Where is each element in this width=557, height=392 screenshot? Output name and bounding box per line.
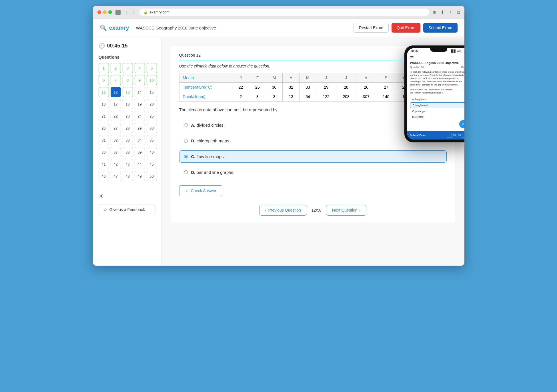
- question-btn-27[interactable]: 27: [111, 123, 121, 133]
- question-btn-3[interactable]: 3: [123, 63, 133, 73]
- share-icon[interactable]: ⬆: [440, 9, 444, 15]
- question-btn-48[interactable]: 48: [123, 171, 133, 181]
- question-btn-36[interactable]: 36: [99, 147, 109, 157]
- question-btn-9[interactable]: 9: [135, 75, 145, 85]
- previous-question-button[interactable]: ‹ Previous Question: [259, 205, 307, 216]
- fullscreen-button[interactable]: [108, 10, 112, 14]
- timer-value: 00:45:15: [107, 43, 128, 49]
- restart-exam-button[interactable]: Restart Exam: [354, 23, 389, 33]
- row-label-rain: Rainfall(mm): [179, 92, 232, 102]
- temp-may: 33: [300, 83, 316, 92]
- question-btn-32[interactable]: 32: [111, 135, 121, 145]
- question-btn-39[interactable]: 39: [135, 147, 145, 157]
- question-btn-42[interactable]: 42: [111, 159, 121, 169]
- question-btn-37[interactable]: 37: [111, 147, 121, 157]
- close-button[interactable]: [97, 10, 101, 14]
- question-btn-19[interactable]: 19: [135, 99, 145, 109]
- question-btn-29[interactable]: 29: [135, 123, 145, 133]
- phone-option-c[interactable]: C. prolonged: [410, 109, 464, 114]
- question-btn-44[interactable]: 44: [135, 159, 145, 169]
- option-c[interactable]: C. flow line maps.: [179, 150, 447, 163]
- phone-check-button[interactable]: ✓: [459, 120, 464, 128]
- question-btn-24[interactable]: 24: [135, 111, 145, 121]
- question-btn-5[interactable]: 5: [147, 63, 157, 73]
- tabs-icon[interactable]: ⧉: [457, 10, 460, 15]
- question-btn-17[interactable]: 17: [111, 99, 121, 109]
- logo-icon: 🔍: [100, 24, 107, 31]
- question-btn-26[interactable]: 26: [99, 123, 109, 133]
- question-btn-11[interactable]: 11: [99, 87, 109, 97]
- feedback-button[interactable]: ☆ Give us a Feedback: [99, 204, 155, 215]
- question-btn-22[interactable]: 22: [111, 111, 121, 121]
- question-btn-38[interactable]: 38: [123, 147, 133, 157]
- question-btn-1[interactable]: 1: [99, 63, 109, 73]
- question-btn-23[interactable]: 23: [123, 111, 133, 121]
- question-btn-40[interactable]: 40: [147, 147, 157, 157]
- check-answer-button[interactable]: ✓ Check Answer: [179, 185, 222, 196]
- question-btn-10[interactable]: 10: [147, 75, 157, 85]
- phone-option-d[interactable]: D. created: [410, 114, 464, 120]
- theme-toggle-button[interactable]: ☀: [99, 193, 104, 200]
- question-btn-7[interactable]: 7: [111, 75, 121, 85]
- question-btn-33[interactable]: 33: [123, 135, 133, 145]
- phone-prev-arrow[interactable]: ‹: [447, 133, 452, 138]
- question-btn-25[interactable]: 25: [147, 111, 157, 121]
- quit-exam-button[interactable]: Quit Exam: [392, 23, 420, 33]
- phone-menu-icon[interactable]: ☰: [410, 55, 464, 60]
- back-button[interactable]: ‹: [124, 9, 129, 15]
- phone-next-arrow[interactable]: ›: [462, 133, 464, 138]
- rain-jun: 122: [316, 92, 336, 102]
- new-tab-icon[interactable]: ＋: [448, 9, 453, 15]
- download-icon[interactable]: ⊕: [433, 9, 436, 15]
- question-btn-4[interactable]: 4: [135, 63, 145, 73]
- question-btn-14[interactable]: 14: [135, 87, 145, 97]
- phone-sentence: The arrival of the riot police at our ca…: [410, 88, 464, 94]
- question-btn-2[interactable]: 2: [111, 63, 121, 73]
- sidebar: 🕐 00:45:15 Questions 1 2 3 4 5 6 7 8 9 1…: [93, 37, 161, 266]
- question-btn-31[interactable]: 31: [99, 135, 109, 145]
- option-d[interactable]: D. bar and line graphs.: [179, 166, 447, 178]
- phone-submit-button[interactable]: Submit Exam: [410, 134, 426, 137]
- question-btn-30[interactable]: 30: [147, 123, 157, 133]
- phone-option-b[interactable]: B. heightened: [410, 102, 464, 108]
- question-btn-47[interactable]: 47: [111, 171, 121, 181]
- forward-button[interactable]: ›: [131, 9, 136, 15]
- question-btn-50[interactable]: 50: [147, 171, 157, 181]
- question-btn-13[interactable]: 13: [123, 87, 133, 97]
- question-btn-45[interactable]: 45: [147, 159, 157, 169]
- option-a-label: A. divided circles.: [191, 123, 225, 128]
- question-btn-41[interactable]: 41: [99, 159, 109, 169]
- radio-a[interactable]: [184, 123, 188, 127]
- question-btn-49[interactable]: 49: [135, 171, 145, 181]
- question-btn-35[interactable]: 35: [147, 135, 157, 145]
- address-bar[interactable]: 🔒 examry.com: [139, 9, 429, 16]
- question-btn-15[interactable]: 15: [147, 87, 157, 97]
- timer-display: 🕐 00:45:15: [99, 43, 155, 49]
- minimize-button[interactable]: [103, 10, 107, 14]
- question-btn-46[interactable]: 46: [99, 171, 109, 181]
- question-btn-6[interactable]: 6: [99, 75, 109, 85]
- question-btn-8[interactable]: 8: [123, 75, 133, 85]
- question-btn-20[interactable]: 20: [147, 99, 157, 109]
- table-header-j2: J: [316, 73, 336, 83]
- question-btn-34[interactable]: 34: [135, 135, 145, 145]
- radio-d[interactable]: [184, 170, 188, 174]
- question-btn-28[interactable]: 28: [123, 123, 133, 133]
- question-btn-21[interactable]: 21: [99, 111, 109, 121]
- browser-actions: ⊕ ⬆ ＋ ⧉: [433, 9, 460, 15]
- sidebar-bottom: ☀ ☆ Give us a Feedback: [99, 187, 155, 215]
- radio-b[interactable]: [184, 139, 188, 143]
- radio-c[interactable]: [184, 155, 188, 158]
- phone-page-nav: ‹ 10 / 80 ›: [447, 133, 464, 138]
- question-btn-43[interactable]: 43: [123, 159, 133, 169]
- submit-exam-button[interactable]: Submit Exam: [423, 23, 457, 33]
- question-btn-16[interactable]: 16: [99, 99, 109, 109]
- question-btn-12[interactable]: 12: [111, 87, 121, 97]
- question-btn-18[interactable]: 18: [123, 99, 133, 109]
- next-question-button[interactable]: Next Question ›: [326, 205, 366, 216]
- rain-aug: 307: [356, 92, 376, 102]
- page-indicator: 12/50: [312, 208, 322, 212]
- phone-option-a[interactable]: A. lengthened: [410, 97, 464, 102]
- phone-time: 00:05: [411, 49, 418, 53]
- logo-text: examry: [109, 25, 129, 31]
